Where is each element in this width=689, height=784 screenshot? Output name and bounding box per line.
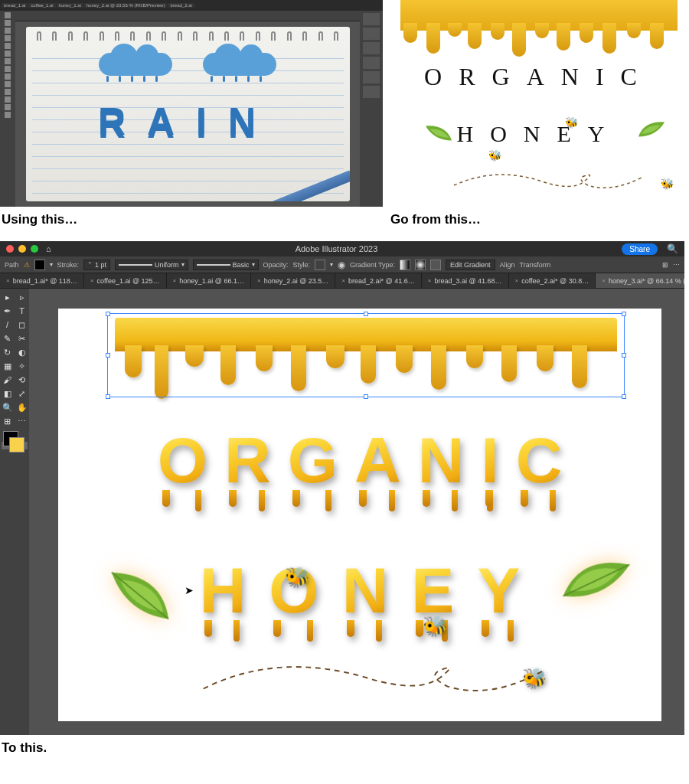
- leaf-artwork[interactable]: [560, 550, 634, 610]
- honey-letter[interactable]: N: [342, 554, 389, 628]
- artboard[interactable]: ORGANIC HONEY 🐝 🐝 🐝 ➤: [58, 309, 661, 721]
- honey-letter[interactable]: I: [481, 423, 498, 498]
- sketch-notepad: RAIN: [26, 27, 350, 201]
- share-button[interactable]: Share: [622, 243, 658, 255]
- document-tab[interactable]: ×honey_2.ai @ 23.5…: [251, 273, 335, 288]
- close-tab-icon[interactable]: ×: [90, 277, 94, 284]
- close-tab-icon[interactable]: ×: [173, 277, 177, 284]
- leaf-artwork[interactable]: [103, 564, 178, 627]
- resize-handle[interactable]: [622, 353, 626, 358]
- grad-linear-icon[interactable]: [400, 260, 410, 270]
- close-tab-icon[interactable]: ×: [257, 277, 261, 284]
- tool-button[interactable]: ◐: [15, 345, 29, 359]
- bee-artwork[interactable]: 🐝: [285, 566, 309, 590]
- tool-button[interactable]: ◧: [0, 387, 15, 400]
- resize-handle[interactable]: [364, 312, 368, 316]
- minimize-window-icon[interactable]: [18, 245, 26, 253]
- tab-sm[interactable]: bread_1.ai: [2, 3, 28, 8]
- leaf-icon: [637, 119, 666, 140]
- document-tab[interactable]: ×coffee_1.ai @ 125…: [84, 273, 167, 288]
- tool-button[interactable]: ▦: [0, 359, 15, 373]
- tool-button[interactable]: ✒: [0, 304, 15, 318]
- search-icon[interactable]: 🔍: [667, 243, 678, 254]
- honey-letter[interactable]: O: [158, 423, 207, 498]
- isolate-icon[interactable]: ⊞: [662, 261, 668, 269]
- resize-handle[interactable]: [106, 353, 110, 358]
- tool-button[interactable]: ✂: [15, 332, 29, 345]
- grad-radial-icon[interactable]: [415, 260, 426, 270]
- resize-handle[interactable]: [106, 394, 110, 399]
- recolor-icon[interactable]: ◉: [338, 260, 345, 270]
- warning-icon[interactable]: ⚠: [24, 261, 30, 269]
- tool-button[interactable]: ✋: [15, 400, 29, 414]
- stroke-weight-input[interactable]: ⌃1 pt: [83, 260, 110, 270]
- fill-swatch[interactable]: [34, 260, 45, 270]
- document-tab[interactable]: ×honey_3.ai* @ 66.14 % (RGB/Preview): [596, 273, 684, 288]
- grad-freeform-icon[interactable]: [430, 260, 441, 270]
- honey-letter[interactable]: H: [200, 554, 247, 628]
- bee-trail-artwork[interactable]: [196, 655, 551, 700]
- tool-button[interactable]: ◻: [15, 318, 29, 332]
- resize-handle[interactable]: [622, 312, 626, 316]
- close-tab-icon[interactable]: ×: [6, 277, 10, 284]
- honey-text-organic[interactable]: ORGANIC: [58, 423, 661, 498]
- edit-gradient-button[interactable]: Edit Gradient: [446, 260, 495, 270]
- close-tab-icon[interactable]: ×: [602, 277, 606, 284]
- document-tab[interactable]: ×bread_3.ai @ 41.68…: [422, 273, 509, 288]
- tool-button[interactable]: ▹: [15, 290, 29, 304]
- gradient-label: Gradient Type:: [350, 261, 395, 269]
- document-tab[interactable]: ×coffee_2.ai* @ 30.8…: [509, 273, 596, 288]
- tool-button[interactable]: ✧: [15, 359, 29, 373]
- align-label[interactable]: Align: [500, 261, 515, 269]
- tool-button[interactable]: ✎: [0, 332, 15, 345]
- tool-button[interactable]: 🔍: [0, 400, 15, 414]
- panel-before: ORGANIC HONEY 🐝 🐝 🐝: [389, 0, 689, 207]
- bee-icon: 🐝: [661, 178, 674, 190]
- tools-panel: ▸▹✒T/◻✎✂↻◐▦✧🖌⟲◧⤢🔍✋⊞⋯: [0, 289, 29, 735]
- tool-button[interactable]: ⊞: [0, 414, 15, 428]
- canvas-small[interactable]: RAIN: [15, 21, 360, 207]
- canvas-area[interactable]: ORGANIC HONEY 🐝 🐝 🐝 ➤: [29, 289, 684, 735]
- tool-button[interactable]: ⤢: [15, 387, 29, 400]
- transform-label[interactable]: Transform: [520, 261, 551, 269]
- honey-letter[interactable]: A: [354, 423, 401, 498]
- document-tabs: ×bread_1.ai* @ 118…×coffee_1.ai @ 125…×h…: [0, 273, 684, 289]
- document-tab[interactable]: ×bread_1.ai* @ 118…: [0, 273, 84, 288]
- tab-sm[interactable]: bread_2.ai: [168, 3, 194, 8]
- honey-letter[interactable]: R: [224, 423, 271, 498]
- style-swatch[interactable]: [315, 260, 325, 270]
- close-window-icon[interactable]: [6, 245, 14, 253]
- close-tab-icon[interactable]: ×: [515, 277, 519, 284]
- document-tab[interactable]: ×honey_1.ai @ 66.1…: [167, 273, 251, 288]
- honey-letter[interactable]: G: [288, 423, 338, 498]
- tab-sm[interactable]: honey_2.ai @ 23.56 % (RGB/Preview): [84, 3, 167, 8]
- tool-button[interactable]: ▸: [0, 290, 15, 304]
- home-icon[interactable]: ⌂: [46, 244, 51, 253]
- honey-letter[interactable]: N: [418, 423, 465, 498]
- tool-button[interactable]: /: [0, 318, 15, 332]
- selection-bounding-box[interactable]: [107, 313, 625, 397]
- resize-handle[interactable]: [622, 394, 626, 399]
- tool-button[interactable]: 🖌: [0, 373, 15, 387]
- brush-dropdown[interactable]: Basic▾: [193, 260, 259, 270]
- close-tab-icon[interactable]: ×: [341, 277, 345, 284]
- stroke-profile-dropdown[interactable]: Uniform▾: [115, 260, 188, 270]
- tool-button[interactable]: T: [15, 304, 29, 318]
- resize-handle[interactable]: [364, 394, 368, 399]
- tool-button[interactable]: ↻: [0, 345, 15, 359]
- tab-sm[interactable]: coffee_1.ai: [28, 3, 55, 8]
- fill-stroke-swatch[interactable]: [0, 428, 29, 460]
- close-tab-icon[interactable]: ×: [428, 277, 432, 284]
- resize-handle[interactable]: [106, 312, 110, 316]
- bee-artwork[interactable]: 🐝: [423, 615, 447, 639]
- honey-letter[interactable]: C: [516, 423, 563, 498]
- honey-letter[interactable]: O: [269, 554, 318, 628]
- style-label: Style:: [293, 261, 311, 269]
- tool-button[interactable]: ⟲: [15, 373, 29, 387]
- tool-button[interactable]: ⋯: [15, 414, 29, 428]
- honey-letter[interactable]: Y: [477, 554, 520, 628]
- zoom-window-icon[interactable]: [31, 245, 38, 253]
- more-options-icon[interactable]: ⋯: [673, 261, 680, 269]
- tab-sm[interactable]: honey_1.ai: [57, 3, 83, 8]
- document-tab[interactable]: ×bread_2.ai* @ 41.6…: [335, 273, 421, 288]
